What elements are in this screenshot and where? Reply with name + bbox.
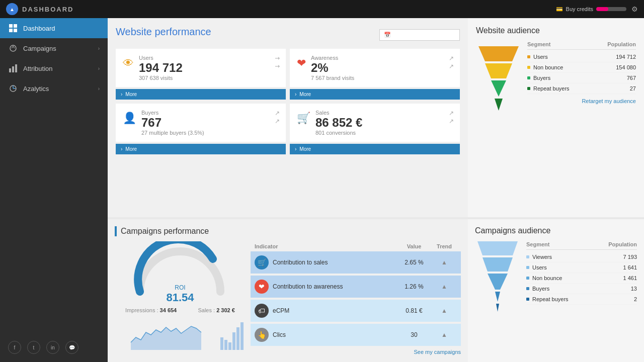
- svg-marker-11: [478, 46, 519, 61]
- credits-icon: 💳: [556, 6, 563, 13]
- attribution-icon: [8, 63, 18, 73]
- contrib-sales-icon: 🛒: [255, 255, 269, 269]
- sales-label: Sales : 2 302 €: [198, 307, 234, 313]
- campaigns-table-header: Segment Population: [526, 241, 637, 250]
- sidebar-item-label: Attribution: [23, 65, 93, 72]
- campaigns-funnel-chart: [475, 241, 520, 332]
- segment-col-header: Segment: [527, 41, 596, 47]
- svg-rect-18: [228, 342, 231, 350]
- see-campaigns-link[interactable]: See my campaigns: [251, 349, 461, 355]
- website-performance-section: Website performance 📅 👁: [108, 18, 468, 217]
- chevron-icon: ›: [98, 86, 100, 92]
- bottom-content-row: Campaigns performance: [108, 217, 644, 362]
- sidebar-item-label: Campaigns: [23, 45, 93, 52]
- contrib-awareness-label: Contribution to awareness: [273, 283, 396, 290]
- awareness-icon: ❤: [297, 57, 306, 70]
- audience-title: Website audience: [476, 26, 636, 35]
- facebook-icon[interactable]: f: [8, 341, 21, 354]
- row-population: 194 712: [596, 54, 636, 60]
- row-population: 27: [596, 85, 636, 92]
- svg-rect-6: [12, 66, 14, 72]
- more-arrow-icon: ›: [295, 146, 296, 152]
- svg-marker-14: [495, 99, 503, 111]
- svg-marker-13: [491, 80, 506, 97]
- svg-rect-0: [9, 24, 13, 28]
- indicator-contrib-sales[interactable]: 🛒 Contribution to sales 2.65 % ▲: [251, 251, 461, 274]
- mini-charts: [115, 317, 246, 350]
- camp-row-repeat-buyers: Repeat buyers 2: [526, 294, 637, 305]
- more-label: More: [125, 92, 137, 97]
- ecpm-trend: ▲: [432, 307, 457, 314]
- svg-marker-23: [482, 257, 513, 272]
- users-label: Users: [139, 55, 279, 61]
- retarget-link[interactable]: Retarget my audience: [527, 98, 636, 104]
- linkedin-icon[interactable]: in: [46, 341, 59, 354]
- row-segment: Non bounce: [532, 275, 597, 281]
- top-bar: ▲ DASHBOARD 💳 Buy credits ⚙: [0, 0, 644, 18]
- users-indicator: [527, 55, 530, 58]
- audience-row-repeat-buyers: Repeat buyers 27: [527, 83, 636, 94]
- more-label: More: [299, 146, 311, 152]
- buyers-arrows: ↗ ↗: [275, 110, 280, 125]
- chevron-icon: ›: [98, 66, 100, 71]
- svg-marker-25: [495, 292, 500, 302]
- svg-rect-2: [9, 29, 13, 32]
- more-arrow-icon: ›: [121, 146, 122, 152]
- users-value: 194 712: [139, 61, 279, 75]
- impressions-label: Impressions : 34 654: [125, 307, 177, 313]
- buyers-icon: 👤: [123, 112, 136, 125]
- svg-rect-7: [15, 64, 17, 72]
- credits-fill: [596, 7, 608, 11]
- chat-icon[interactable]: 💬: [65, 341, 78, 354]
- stat-card-users: 👁 Users 194 712 307 638 visits ↗ ↗: [116, 49, 286, 87]
- viewers-indicator: [526, 255, 529, 258]
- main-content: Website performance 📅 👁: [108, 18, 644, 362]
- roi-text: ROI: [166, 284, 194, 291]
- row-population: 1 641: [597, 264, 637, 270]
- awareness-label: Awareness: [311, 55, 453, 61]
- twitter-icon[interactable]: t: [27, 341, 40, 354]
- row-segment: Repeat buyers: [533, 85, 596, 92]
- buyers-label: Buyers: [141, 110, 279, 116]
- date-picker[interactable]: 📅: [379, 29, 460, 41]
- awareness-value: 2%: [311, 61, 453, 75]
- sidebar-item-dashboard[interactable]: Dashboard: [0, 18, 108, 38]
- perf-title: Website performance: [116, 26, 211, 38]
- sidebar-item-campaigns[interactable]: Campaigns ›: [0, 38, 108, 58]
- users-sub: 307 638 visits: [139, 75, 279, 81]
- indicator-clics[interactable]: 👆 Clics 30 ▲: [251, 324, 461, 346]
- roi-section: ROI 81.54 Impressions : 34 654: [115, 241, 246, 355]
- row-segment: Buyers: [532, 286, 597, 292]
- stat-users: 👁 Users 194 712 307 638 visits ↗ ↗: [116, 49, 286, 100]
- gear-icon[interactable]: ⚙: [631, 5, 638, 13]
- more-label: More: [299, 92, 311, 97]
- azalytics-icon: [8, 83, 18, 94]
- stat-buyers: 👤 Buyers 767 27 multiple buyers (3.5%) ↗…: [116, 104, 286, 154]
- users-more-btn[interactable]: › More: [116, 89, 286, 100]
- buyers-more-btn[interactable]: › More: [116, 144, 286, 154]
- row-segment: Viewers: [532, 254, 597, 260]
- indicators-header: Indicator Value Trend: [251, 241, 461, 251]
- audience-content: Segment Population Users 194 712: [476, 41, 636, 127]
- svg-rect-20: [236, 327, 239, 350]
- impressions-line-chart: [115, 317, 217, 350]
- row-population: 1 461: [597, 275, 637, 281]
- chevron-icon: ›: [98, 46, 100, 51]
- roi-value: 81.54: [166, 291, 194, 304]
- buy-credits[interactable]: 💳 Buy credits: [556, 6, 626, 13]
- sales-more-btn[interactable]: › More: [290, 144, 460, 154]
- audience-funnel-chart: [476, 46, 521, 127]
- ecpm-icon: 🏷: [255, 304, 269, 318]
- indicator-contrib-awareness[interactable]: ❤ Contribution to awareness 1.26 % ▲: [251, 276, 461, 298]
- campaigns-icon: [8, 43, 18, 53]
- awareness-more-btn[interactable]: › More: [290, 89, 460, 100]
- sidebar-item-attribution[interactable]: Attribution ›: [0, 58, 108, 78]
- svg-marker-12: [485, 63, 512, 78]
- camp-row-users: Users 1 641: [526, 262, 637, 273]
- dashboard-icon: [8, 23, 18, 33]
- indicator-ecpm[interactable]: 🏷 eCPM 0.81 € ▲: [251, 300, 461, 322]
- row-population: 13: [597, 286, 637, 292]
- sidebar-item-azalytics[interactable]: Azalytics ›: [0, 78, 108, 99]
- more-label: More: [125, 146, 137, 152]
- buyers-value: 767: [141, 116, 279, 130]
